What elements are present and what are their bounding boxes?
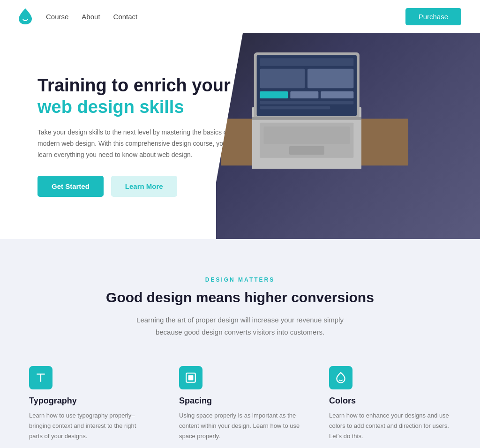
- hero-section: Training to enrich your web design skill…: [0, 33, 480, 239]
- typography-icon: [35, 372, 47, 384]
- feature-spacing-desc: Using space properly is as important as …: [179, 411, 301, 441]
- hero-buttons: Get Started Learn More: [38, 176, 236, 197]
- hero-title-line2: web design skills: [38, 97, 236, 118]
- feature-colors-name: Colors: [329, 396, 451, 406]
- svg-rect-20: [188, 375, 194, 381]
- svg-rect-17: [263, 127, 349, 144]
- nav-links: Course About Contact: [46, 13, 137, 21]
- hero-image-bg: [216, 33, 480, 239]
- hero-title-line1: Training to enrich your: [38, 75, 236, 97]
- colors-icon: [335, 372, 347, 384]
- purchase-button[interactable]: Purchase: [405, 8, 461, 25]
- spacing-icon-box: [179, 366, 202, 389]
- feature-spacing: Spacing Using space properly is as impor…: [179, 366, 301, 441]
- feature-spacing-name: Spacing: [179, 396, 301, 406]
- section-subtitle: Learning the art of proper design will i…: [123, 314, 357, 338]
- feature-colors: Colors Learn how to enhance your designs…: [329, 366, 451, 441]
- design-section: DESIGN MATTERS Good design means higher …: [0, 239, 480, 448]
- svg-rect-8: [260, 69, 305, 89]
- svg-rect-14: [260, 106, 330, 110]
- logo[interactable]: [19, 8, 32, 24]
- feature-colors-desc: Learn how to enhance your designs and us…: [329, 411, 451, 441]
- nav-link-about[interactable]: About: [82, 13, 100, 21]
- svg-rect-12: [321, 91, 353, 98]
- svg-rect-11: [290, 91, 318, 98]
- svg-rect-9: [308, 69, 353, 89]
- typography-icon-box: [29, 366, 52, 389]
- feature-typography: Typography Learn how to use typography p…: [29, 366, 151, 441]
- hero-image: [216, 33, 480, 239]
- svg-rect-7: [260, 58, 353, 66]
- svg-rect-15: [252, 117, 361, 120]
- feature-typography-name: Typography: [29, 396, 151, 406]
- svg-rect-13: [260, 101, 353, 105]
- learn-more-button[interactable]: Learn More: [111, 176, 177, 197]
- svg-rect-18: [289, 146, 324, 155]
- svg-rect-10: [260, 91, 288, 98]
- spacing-icon: [185, 372, 197, 384]
- nav-link-contact[interactable]: Contact: [113, 13, 138, 21]
- section-title: Good design means higher conversions: [19, 290, 461, 306]
- feature-typography-desc: Learn how to use typography properly–bri…: [29, 411, 151, 441]
- navbar: Course About Contact Purchase: [0, 0, 480, 33]
- nav-purchase-area: Purchase: [405, 8, 461, 25]
- features-row: Typography Learn how to use typography p…: [29, 366, 451, 441]
- get-started-button[interactable]: Get Started: [38, 176, 104, 197]
- nav-link-course[interactable]: Course: [46, 13, 68, 21]
- colors-icon-box: [329, 366, 352, 389]
- hero-description: Take your design skills to the next leve…: [38, 127, 236, 160]
- section-tag: DESIGN MATTERS: [19, 276, 461, 283]
